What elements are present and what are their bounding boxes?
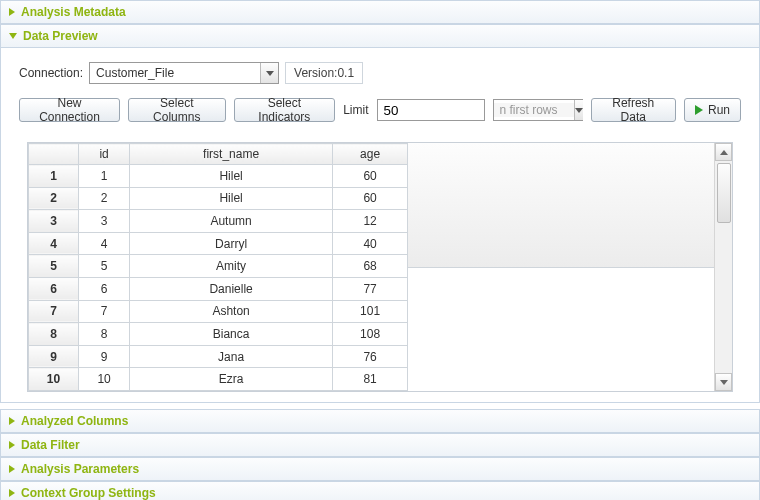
cell-age: 68 [333, 255, 408, 278]
section-title: Analyzed Columns [21, 414, 128, 428]
table-header-filler [408, 143, 714, 268]
cell-age: 76 [333, 345, 408, 368]
chevron-down-icon [9, 33, 17, 39]
connection-value: Customer_File [90, 66, 260, 80]
section-title: Analysis Metadata [21, 5, 126, 19]
select-indicators-button[interactable]: Select Indicators [234, 98, 336, 122]
version-label: Version:0.1 [285, 62, 363, 84]
run-button[interactable]: Run [684, 98, 741, 122]
cell-first-name: Jana [130, 345, 333, 368]
dropdown-icon [574, 100, 583, 120]
column-header-id[interactable]: id [79, 144, 130, 165]
table-row[interactable]: 1010Ezra81 [29, 368, 408, 391]
cell-age: 60 [333, 165, 408, 188]
cell-first-name: Hilel [130, 165, 333, 188]
table-row[interactable]: 99Jana76 [29, 345, 408, 368]
vertical-scrollbar[interactable] [714, 143, 732, 391]
data-table-container: id first_name age 11Hilel6022Hilel6033Au… [27, 142, 733, 392]
select-columns-button[interactable]: Select Columns [128, 98, 225, 122]
cell-first-name: Bianca [130, 323, 333, 346]
cell-id: 4 [79, 232, 130, 255]
cell-id: 6 [79, 277, 130, 300]
row-number: 10 [29, 368, 79, 391]
connection-select[interactable]: Customer_File [89, 62, 279, 84]
column-header-first-name[interactable]: first_name [130, 144, 333, 165]
cell-id: 2 [79, 187, 130, 210]
chevron-right-icon [9, 417, 15, 425]
scroll-up-icon[interactable] [715, 143, 732, 161]
row-number: 6 [29, 277, 79, 300]
cell-id: 9 [79, 345, 130, 368]
cell-first-name: Ashton [130, 300, 333, 323]
table-row[interactable]: 77Ashton101 [29, 300, 408, 323]
scrollbar-thumb[interactable] [717, 163, 731, 223]
cell-id: 1 [79, 165, 130, 188]
cell-first-name: Hilel [130, 187, 333, 210]
cell-first-name: Autumn [130, 210, 333, 233]
row-number: 9 [29, 345, 79, 368]
section-title: Data Filter [21, 438, 80, 452]
cell-age: 12 [333, 210, 408, 233]
cell-age: 60 [333, 187, 408, 210]
cell-id: 3 [79, 210, 130, 233]
section-title: Data Preview [23, 29, 98, 43]
data-preview-body: Connection: Customer_File Version:0.1 Ne… [0, 48, 760, 403]
cell-id: 7 [79, 300, 130, 323]
cell-age: 77 [333, 277, 408, 300]
cell-first-name: Danielle [130, 277, 333, 300]
table-row[interactable]: 22Hilel60 [29, 187, 408, 210]
table-row[interactable]: 88Bianca108 [29, 323, 408, 346]
chevron-right-icon [9, 465, 15, 473]
connection-label: Connection: [19, 66, 83, 80]
rows-mode-value: n first rows [494, 103, 574, 117]
cell-age: 81 [333, 368, 408, 391]
data-table: id first_name age 11Hilel6022Hilel6033Au… [28, 143, 408, 391]
row-number: 8 [29, 323, 79, 346]
cell-age: 101 [333, 300, 408, 323]
cell-first-name: Darryl [130, 232, 333, 255]
table-row[interactable]: 66Danielle77 [29, 277, 408, 300]
cell-id: 8 [79, 323, 130, 346]
table-row[interactable]: 44Darryl40 [29, 232, 408, 255]
cell-first-name: Amity [130, 255, 333, 278]
table-row[interactable]: 55Amity68 [29, 255, 408, 278]
section-data-filter[interactable]: Data Filter [0, 433, 760, 457]
section-context-group-settings[interactable]: Context Group Settings [0, 481, 760, 500]
chevron-right-icon [9, 8, 15, 16]
row-number: 1 [29, 165, 79, 188]
rows-mode-select[interactable]: n first rows [493, 99, 583, 121]
table-row[interactable]: 11Hilel60 [29, 165, 408, 188]
cell-first-name: Ezra [130, 368, 333, 391]
table-row[interactable]: 33Autumn12 [29, 210, 408, 233]
cell-age: 108 [333, 323, 408, 346]
dropdown-icon [260, 63, 278, 83]
row-number: 4 [29, 232, 79, 255]
cell-id: 5 [79, 255, 130, 278]
section-title: Analysis Parameters [21, 462, 139, 476]
new-connection-button[interactable]: New Connection [19, 98, 120, 122]
table-corner [29, 144, 79, 165]
refresh-data-button[interactable]: Refresh Data [591, 98, 676, 122]
row-number: 7 [29, 300, 79, 323]
limit-input[interactable] [377, 99, 485, 121]
chevron-right-icon [9, 441, 15, 449]
scroll-down-icon[interactable] [715, 373, 732, 391]
column-header-age[interactable]: age [333, 144, 408, 165]
cell-id: 10 [79, 368, 130, 391]
section-title: Context Group Settings [21, 486, 156, 500]
row-number: 5 [29, 255, 79, 278]
section-analysis-metadata[interactable]: Analysis Metadata [0, 0, 760, 24]
chevron-right-icon [9, 489, 15, 497]
section-analyzed-columns[interactable]: Analyzed Columns [0, 409, 760, 433]
limit-label: Limit [343, 103, 368, 117]
row-number: 3 [29, 210, 79, 233]
cell-age: 40 [333, 232, 408, 255]
section-data-preview[interactable]: Data Preview [0, 24, 760, 48]
row-number: 2 [29, 187, 79, 210]
section-analysis-parameters[interactable]: Analysis Parameters [0, 457, 760, 481]
